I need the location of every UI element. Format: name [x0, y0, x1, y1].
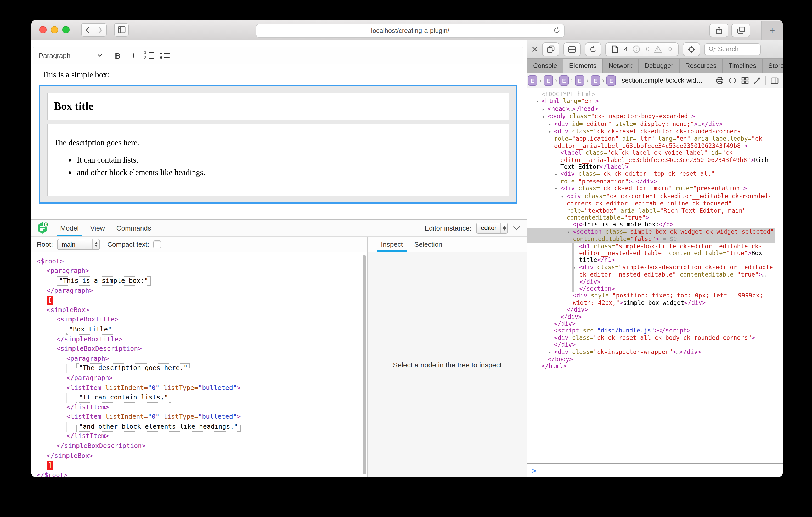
- list-item[interactable]: and other block elements like headings.: [77, 167, 502, 177]
- dom-node[interactable]: </section>: [527, 285, 775, 293]
- model-tree-line[interactable]: <$root>: [31, 257, 367, 266]
- styles-brush-icon[interactable]: [753, 77, 761, 84]
- collapse-arrow-icon[interactable]: ▾: [567, 229, 573, 236]
- model-tree-line[interactable]: [: [31, 296, 367, 305]
- compact-text-checkbox[interactable]: [153, 240, 162, 248]
- dock-split-button[interactable]: [563, 42, 581, 56]
- model-tree-line[interactable]: "It can contain lists,": [31, 393, 367, 402]
- dom-node[interactable]: <script src="dist/bundle.js"></script>: [527, 328, 775, 335]
- devtools-tab-console[interactable]: Console: [527, 59, 563, 73]
- model-tree-line[interactable]: </$root>: [31, 470, 367, 477]
- dom-tree[interactable]: <!DOCTYPE html>▾<html lang="en">▸<head>……: [527, 88, 783, 463]
- model-tree-line[interactable]: </simpleBox>: [31, 451, 367, 461]
- activity-summary[interactable]: 4 0 0: [605, 42, 678, 56]
- simple-box-description[interactable]: The description goes here. It can contai…: [47, 124, 509, 196]
- description-paragraph[interactable]: The description goes here.: [54, 138, 502, 147]
- list-item[interactable]: It can contain lists,: [77, 155, 502, 165]
- model-tree-line[interactable]: </paragraph>: [31, 373, 367, 383]
- forward-button[interactable]: [94, 23, 107, 37]
- paragraph-dropdown[interactable]: Paragraph: [39, 52, 103, 59]
- side-tab-inspect[interactable]: Inspect: [375, 236, 409, 252]
- box-title-heading[interactable]: Box title: [54, 100, 502, 113]
- model-tree-line[interactable]: </listItem>: [31, 402, 367, 412]
- devtools-tab-timelines[interactable]: Timelines: [723, 59, 762, 73]
- address-bar[interactable]: localhost/creating-a-plugin/: [256, 24, 564, 38]
- expand-arrow-icon[interactable]: ▸: [555, 171, 560, 178]
- model-tree-line[interactable]: <listItem listIndent="0" listType="bulle…: [31, 383, 367, 393]
- intro-paragraph[interactable]: This is a simple box:: [33, 70, 523, 80]
- dom-node[interactable]: <div class="ck ck-reset_all ck-body ck-r…: [527, 335, 775, 349]
- reload-button[interactable]: [554, 26, 560, 34]
- model-tree-line[interactable]: <paragraph>: [31, 354, 367, 364]
- devtools-tab-debugger[interactable]: Debugger: [639, 59, 679, 73]
- dom-node[interactable]: </body>: [527, 356, 775, 363]
- dom-node[interactable]: ▾<div class="ck ck-content ck-editor__ed…: [527, 193, 775, 221]
- breadcrumb-element-badge[interactable]: E: [606, 75, 616, 86]
- collapse-arrow-icon[interactable]: ▾: [536, 98, 542, 105]
- dom-node[interactable]: ▾<div class="ck ck-reset ck-editor ck-ro…: [527, 128, 775, 150]
- inspector-tab-view[interactable]: View: [85, 219, 111, 236]
- expand-arrow-icon[interactable]: ▸: [548, 121, 554, 128]
- model-tree-line[interactable]: ]: [31, 461, 367, 470]
- inspector-tab-model[interactable]: Model: [54, 219, 85, 236]
- breadcrumb-element-badge[interactable]: E: [559, 75, 569, 86]
- model-tree-line[interactable]: <paragraph>: [31, 266, 367, 276]
- dom-node[interactable]: ▸<div id="editor" style="display: none;"…: [527, 121, 775, 128]
- dom-node[interactable]: ▸<div class="ck-inspector-wrapper">…</di…: [527, 348, 775, 356]
- breadcrumb-element-badge[interactable]: E: [544, 75, 553, 86]
- dom-node[interactable]: ▾<div class="ck ck-editor__main" role="p…: [527, 185, 775, 193]
- dom-node[interactable]: ▸<div class="simple-box-description ck-e…: [527, 264, 775, 285]
- numbered-list-button[interactable]: 1 2: [141, 49, 157, 62]
- expand-arrow-icon[interactable]: ▸: [542, 106, 548, 113]
- close-inspector-button[interactable]: [531, 46, 538, 52]
- bulleted-list-button[interactable]: [157, 49, 173, 62]
- console-prompt[interactable]: >: [527, 463, 783, 477]
- devtools-tab-resources[interactable]: Resources: [679, 59, 723, 73]
- model-tree-line[interactable]: <simpleBox>: [31, 305, 367, 315]
- print-icon[interactable]: [716, 77, 724, 84]
- inspector-tab-commands[interactable]: Commands: [111, 219, 157, 236]
- collapse-inspector-button[interactable]: [513, 225, 521, 230]
- dom-node[interactable]: ▾<body class="ck-inspector-body-expanded…: [527, 113, 775, 121]
- details-sidebar-icon[interactable]: [771, 77, 779, 84]
- editor-instance-select[interactable]: editor: [476, 222, 508, 234]
- model-tree-line[interactable]: "and other block elements like headings.…: [31, 422, 367, 431]
- root-select[interactable]: main: [57, 239, 100, 250]
- back-button[interactable]: [81, 23, 94, 37]
- dom-node[interactable]: </div>: [527, 313, 775, 321]
- bold-button[interactable]: B: [110, 49, 125, 62]
- model-tree-line[interactable]: </simpleBoxTitle>: [31, 335, 367, 344]
- collapse-arrow-icon[interactable]: ▾: [561, 193, 567, 200]
- dom-node[interactable]: <div style="position: fixed; top: 0px; l…: [527, 293, 775, 307]
- model-tree-line[interactable]: "The description goes here.": [31, 364, 367, 373]
- dom-node[interactable]: <!DOCTYPE html>: [527, 91, 775, 98]
- source-code-icon[interactable]: [728, 78, 737, 84]
- model-tree-line[interactable]: <simpleBoxTitle>: [31, 315, 367, 325]
- model-tree-line[interactable]: </listItem>: [31, 431, 367, 441]
- dom-node[interactable]: <label class="ck ck-label ck-voice-label…: [527, 150, 775, 171]
- side-tab-selection[interactable]: Selection: [409, 236, 448, 252]
- editor-editable[interactable]: This is a simple box: Box title The desc…: [33, 64, 523, 210]
- devtools-tab-network[interactable]: Network: [603, 59, 639, 73]
- simple-box-title[interactable]: Box title: [47, 93, 509, 120]
- sidebar-button[interactable]: [114, 23, 129, 37]
- dom-node-selected[interactable]: ▾<section class="simple-box ck-widget ck…: [527, 228, 775, 243]
- model-tree-scrollbar[interactable]: [362, 255, 366, 474]
- model-tree-line[interactable]: "Box title": [31, 325, 367, 334]
- expand-arrow-icon[interactable]: ▸: [548, 349, 554, 356]
- simple-box-widget[interactable]: Box title The description goes here. It …: [39, 85, 517, 204]
- model-tree-line[interactable]: <listItem listIndent="0" listType="bulle…: [31, 412, 367, 422]
- detach-inspector-button[interactable]: [542, 42, 559, 56]
- element-picker-button[interactable]: [683, 42, 700, 56]
- dom-node[interactable]: ▾<html lang="en">: [527, 98, 775, 105]
- tab-overview-button[interactable]: [731, 24, 750, 37]
- dom-node[interactable]: </div>: [527, 321, 775, 328]
- dom-node[interactable]: <h1 class="simple-box-title ck-editor__e…: [527, 243, 775, 264]
- model-tree[interactable]: <$root><paragraph>"This is a simple box:…: [31, 252, 367, 477]
- breadcrumb-element-badge[interactable]: E: [591, 75, 600, 86]
- dom-node[interactable]: ▸<div class="ck ck-editor__top ck-reset_…: [527, 171, 775, 185]
- breadcrumb-selected-node[interactable]: section.simple-box.ck-wid…: [622, 77, 703, 84]
- devtools-search-field[interactable]: Search: [704, 43, 761, 55]
- minimize-window-button[interactable]: [51, 26, 58, 33]
- collapse-arrow-icon[interactable]: ▾: [548, 129, 554, 136]
